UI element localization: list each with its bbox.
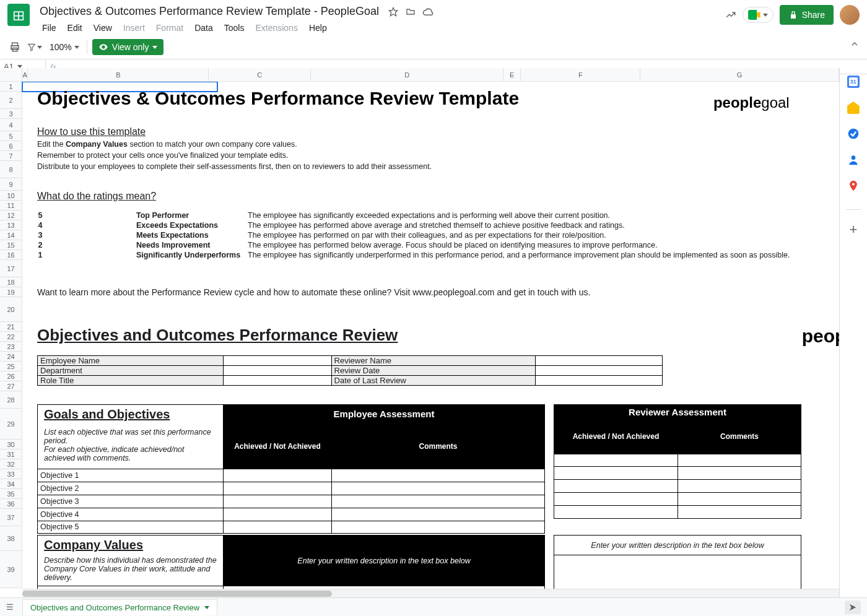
move-folder-icon[interactable] [405, 6, 416, 17]
row-37[interactable]: 37 [0, 509, 22, 526]
zoom-select[interactable]: 100% [47, 42, 82, 52]
row-30[interactable]: 30 [0, 440, 22, 449]
reviewer-assessment-header: Reviewer Assessment [554, 405, 801, 419]
row-29[interactable]: 29 [0, 409, 22, 440]
column-headers[interactable]: A B C D E F G [0, 68, 839, 82]
col-D[interactable]: D [311, 68, 503, 81]
row-1[interactable]: 1 [0, 82, 22, 92]
activity-icon[interactable] [725, 9, 736, 20]
maps-icon[interactable] [847, 180, 860, 192]
account-avatar[interactable] [840, 5, 860, 25]
menu-edit[interactable]: Edit [63, 20, 87, 35]
objective-row[interactable]: Objective 2 [38, 482, 545, 495]
objective-row[interactable]: Objective 5 [38, 521, 545, 534]
row-28[interactable]: 28 [0, 391, 22, 409]
objective-row[interactable]: Objective 4 [38, 508, 545, 521]
docs-header: Objectives & Outcomes Performance Review… [0, 0, 867, 35]
row-11[interactable]: 11 [0, 201, 22, 210]
col-G[interactable]: G [640, 68, 839, 81]
view-only-button[interactable]: View only [92, 39, 164, 55]
review-title: Objectives and Outcomes Performance Revi… [37, 326, 802, 345]
row-33[interactable]: 33 [0, 469, 22, 479]
meet-button[interactable] [743, 7, 773, 23]
menu-data[interactable]: Data [190, 20, 218, 35]
add-addon-icon[interactable]: + [847, 223, 860, 236]
values-sub: Describe how this individual has demonst… [40, 552, 220, 586]
menu-extensions[interactable]: Extensions [250, 20, 302, 35]
row-7[interactable]: 7 [0, 151, 22, 161]
row-39[interactable]: 39 [0, 551, 22, 588]
menu-help[interactable]: Help [304, 20, 332, 35]
row-2[interactable]: 2 [0, 92, 22, 109]
objective-row-rev[interactable] [554, 480, 801, 493]
row-34[interactable]: 34 [0, 479, 22, 489]
all-sheets-icon[interactable]: ☰ [6, 602, 14, 612]
row-26[interactable]: 26 [0, 371, 22, 381]
row-23[interactable]: 23 [0, 342, 22, 352]
rating-row: 5Top PerformerThe employee has significa… [37, 210, 824, 220]
row-9[interactable]: 9 [0, 178, 22, 191]
svg-marker-8 [28, 44, 35, 51]
menu-view[interactable]: View [89, 20, 117, 35]
menu-bar: File Edit View Insert Format Data Tools … [37, 20, 725, 35]
row-8[interactable]: 8 [0, 161, 22, 178]
objective-row-rev[interactable] [554, 506, 801, 519]
svg-point-11 [852, 183, 855, 185]
menu-insert[interactable]: Insert [118, 20, 150, 35]
enter-text-rev: Enter your written description in the te… [554, 536, 801, 555]
objective-row-rev[interactable] [554, 467, 801, 480]
row-35[interactable]: 35 [0, 489, 22, 499]
row-24[interactable]: 24 [0, 352, 22, 362]
sheet-tab[interactable]: Objectives and Outcomes Performance Revi… [22, 599, 217, 615]
objective-row-rev[interactable] [554, 493, 801, 506]
row-25[interactable]: 25 [0, 362, 22, 371]
row-27[interactable]: 27 [0, 381, 22, 391]
row-20[interactable]: 20 [0, 297, 22, 322]
horizontal-scrollbar[interactable] [22, 589, 839, 597]
spreadsheet-grid[interactable]: A B C D E F G 12345678910111213141516171… [0, 68, 839, 597]
row-3[interactable]: 3 [0, 109, 22, 119]
menu-file[interactable]: File [37, 20, 61, 35]
row-4[interactable]: 4 [0, 119, 22, 131]
sheets-logo-icon[interactable] [7, 4, 30, 26]
side-panel: 31 + [839, 68, 867, 597]
filter-icon[interactable] [27, 40, 42, 54]
goals-sub: List each objective that was set this pe… [40, 422, 220, 469]
explore-button[interactable] [845, 601, 861, 614]
doc-title[interactable]: Objectives & Outcomes Performance Review… [37, 4, 381, 19]
row-10[interactable]: 10 [0, 191, 22, 201]
brand-logo: peoplegoal [713, 94, 790, 111]
select-all-corner[interactable] [0, 68, 22, 81]
star-icon[interactable] [388, 6, 399, 17]
row-headers[interactable]: 1234567891011121314151617181920212223242… [0, 82, 22, 588]
col-B[interactable]: B [28, 68, 209, 81]
row-31[interactable]: 31 [0, 449, 22, 459]
row-21[interactable]: 21 [0, 322, 22, 332]
row-19[interactable]: 19 [0, 287, 22, 297]
row-18[interactable]: 18 [0, 277, 22, 287]
row-5[interactable]: 5 [0, 131, 22, 141]
menu-format[interactable]: Format [151, 20, 188, 35]
objective-row[interactable]: Objective 1 [38, 469, 545, 482]
menu-tools[interactable]: Tools [219, 20, 250, 35]
objective-row-rev[interactable] [554, 454, 801, 467]
tasks-icon[interactable] [847, 128, 860, 140]
row-6[interactable]: 6 [0, 141, 22, 151]
row-17[interactable]: 17 [0, 260, 22, 277]
row-38[interactable]: 38 [0, 526, 22, 551]
contacts-icon[interactable] [847, 154, 860, 166]
objective-row[interactable]: Objective 3 [38, 495, 545, 508]
calendar-icon[interactable]: 31 [847, 76, 860, 88]
share-button[interactable]: Share [780, 5, 834, 25]
col-E[interactable]: E [503, 68, 521, 81]
col-A[interactable]: A [22, 68, 28, 81]
row-36[interactable]: 36 [0, 499, 22, 509]
col-C[interactable]: C [209, 68, 311, 81]
collapse-toolbar-icon[interactable] [850, 39, 860, 51]
print-icon[interactable] [7, 40, 22, 54]
keep-icon[interactable] [847, 102, 860, 114]
col-F[interactable]: F [521, 68, 640, 81]
row-22[interactable]: 22 [0, 332, 22, 342]
cloud-status-icon[interactable] [422, 6, 434, 17]
row-32[interactable]: 32 [0, 459, 22, 469]
